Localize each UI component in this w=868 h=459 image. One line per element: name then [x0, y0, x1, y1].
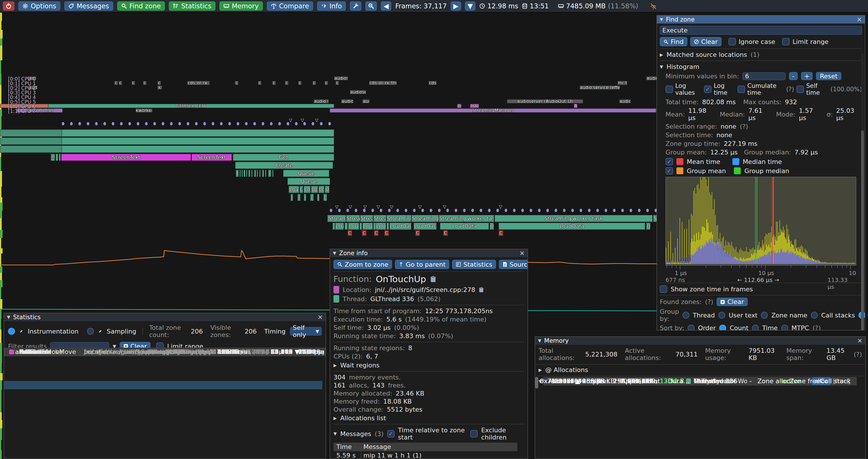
zone[interactable]: C [362, 230, 367, 236]
copy-icon[interactable] [430, 275, 436, 283]
sample-dot[interactable] [245, 122, 248, 126]
timing-select[interactable]: Self only▼ [290, 327, 322, 335]
table-row[interactable]: OnRedrawjni/../jni/src/claw/application/… [4, 448, 322, 456]
sample-dot[interactable] [455, 209, 457, 212]
cpu-zone[interactable]: c [157, 81, 161, 85]
sample-dot[interactable] [270, 122, 273, 126]
bin-minus-button[interactable]: - [789, 72, 798, 80]
self-time-checkbox[interactable] [797, 86, 804, 93]
sample-dot[interactable] [405, 209, 407, 212]
messages-button[interactable]: Messages [64, 1, 113, 11]
expand-icon[interactable]: ▶ [334, 363, 337, 368]
zone[interactable]: U [490, 223, 494, 230]
column-header[interactable]: Zone alloc [757, 377, 790, 386]
sample-dot[interactable] [312, 122, 314, 126]
zone[interactable]: Strear [346, 215, 360, 222]
zone[interactable]: L(U [335, 223, 344, 230]
frame-dropdown-button[interactable]: ▼ [465, 1, 475, 11]
zone[interactable] [62, 137, 334, 145]
zone[interactable]: C [347, 230, 352, 236]
cpu-zone[interactable]: cds [429, 81, 437, 85]
zone[interactable]: C [443, 230, 448, 236]
cpu-zone[interactable]: audio.se [314, 99, 329, 103]
zone[interactable]: LoU [348, 223, 359, 230]
zone[interactable] [373, 223, 376, 230]
close-icon[interactable]: ✕ [857, 337, 863, 345]
cpu-zone[interactable]: c [272, 81, 276, 85]
prev-frame-button[interactable]: ◀ [381, 1, 391, 11]
cpu-zone[interactable]: c [285, 81, 288, 85]
sample-dot[interactable] [278, 122, 281, 126]
zone[interactable] [251, 170, 252, 177]
sample-dot[interactable] [253, 122, 256, 126]
sample-dot[interactable] [421, 209, 424, 212]
frame-bar[interactable] [0, 211, 2, 218]
sample-dot[interactable] [220, 122, 223, 126]
cpu-zone[interactable]: audio.service (effect) [580, 86, 620, 90]
sample-dot[interactable] [521, 209, 524, 212]
log-time-checkbox[interactable] [704, 86, 711, 93]
zone-name[interactable]: OnRedraw [19, 348, 82, 356]
histogram-plot[interactable] [665, 177, 856, 265]
cpu-zone[interactable]: kworker/u [135, 108, 152, 112]
bin-reset-button[interactable]: Reset [816, 72, 841, 80]
allocation-row[interactable]: 0x74ab1ef040256 KB294,629,948ns13:50.7GL… [535, 413, 849, 422]
frame-bar[interactable] [0, 30, 3, 38]
group-by-radio-user-text[interactable] [718, 312, 725, 319]
sample-dot[interactable] [530, 209, 532, 212]
sort-by-radio-time[interactable] [752, 325, 759, 331]
zone[interactable]: ScreenText [61, 154, 191, 161]
frame-bar[interactable] [0, 450, 2, 459]
cpu-zone[interactable]: audioserver (AudioOut_D) [507, 99, 583, 103]
cpu-zone[interactable]: StreamingManager [330, 108, 656, 112]
column-header[interactable]: Thread [694, 377, 716, 386]
allocation-row[interactable]: 0x7553b9fa508 bytes153,492,240ns13:50.8M… [535, 438, 849, 447]
zone[interactable] [62, 145, 334, 153]
clear-button[interactable]: Clear [690, 37, 721, 46]
zone[interactable]: LoadData [440, 223, 489, 230]
frame-bar[interactable] [0, 110, 2, 116]
sort-by-radio-order[interactable] [688, 325, 694, 331]
cpu-zone[interactable]: A [574, 104, 577, 108]
sample-dot[interactable] [187, 122, 189, 126]
limit-range-checkbox[interactable] [782, 38, 789, 45]
table-row[interactable]: OnTouchMovejni/../jni/src/guif/Screen.cp… [4, 423, 322, 431]
scrollbar-track[interactable] [861, 53, 864, 329]
zone[interactable] [262, 170, 264, 177]
group-by-radio-thread[interactable] [682, 312, 689, 319]
cpu-zone[interactable]: c [119, 81, 122, 85]
sample-dot[interactable] [195, 122, 197, 126]
context-switch-marker[interactable]: ▽ [499, 204, 502, 209]
column-header[interactable]: Size [590, 377, 603, 386]
zone[interactable]: |~ [323, 194, 327, 201]
zone[interactable]: C [415, 230, 420, 236]
frame-bar[interactable] [0, 343, 2, 356]
cpu-zone[interactable]: Ti [457, 104, 461, 108]
group-mean-checkbox[interactable] [665, 167, 673, 174]
zone[interactable] [248, 170, 250, 177]
message-row[interactable]: 5.59 smip 11 w 1 h 1 (1) [334, 451, 517, 459]
cpu-zone[interactable]: audio [646, 76, 658, 80]
frame-bar[interactable] [0, 197, 2, 203]
zone[interactable]: Up [311, 186, 318, 193]
sample-dot[interactable] [70, 122, 73, 126]
zone[interactable]: C [384, 230, 389, 236]
close-icon[interactable]: ✕ [857, 16, 862, 23]
frame-bar[interactable] [0, 157, 1, 171]
close-icon[interactable]: ✕ [520, 250, 525, 257]
allocation-row[interactable]: 0x7553b9fa9016 bytes153,722,396ns13:50.8… [535, 447, 849, 455]
mean-time-checkbox[interactable] [665, 158, 673, 165]
sample-dot[interactable] [170, 122, 173, 126]
zone[interactable] [265, 170, 266, 177]
sample-dot[interactable] [596, 209, 599, 212]
table-row[interactable]: PrivateTouchMovejni/../jni/src/claw/appl… [4, 431, 322, 439]
scrollbar-thumb[interactable] [535, 377, 538, 388]
cpu-zone[interactable]: k [157, 86, 162, 90]
sample-dot[interactable] [413, 209, 415, 212]
frame-bar[interactable] [0, 390, 1, 397]
allocation-row[interactable]: 0x74ab1be040186.68 KB294,645,364ns13:50.… [535, 405, 849, 413]
find-zone-query-input[interactable] [660, 26, 862, 35]
sample-dot[interactable] [430, 209, 432, 212]
zone[interactable] [62, 129, 334, 137]
cpu-zone[interactable]: mi_t [618, 81, 627, 85]
